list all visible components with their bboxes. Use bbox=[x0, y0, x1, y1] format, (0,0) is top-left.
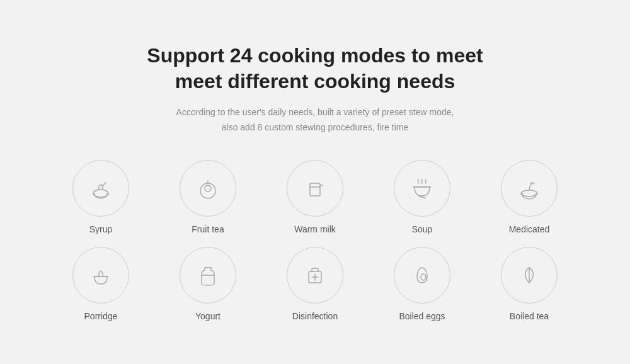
boiled-tea-icon bbox=[515, 261, 543, 289]
yogurt-icon-circle bbox=[180, 247, 236, 304]
mode-yogurt: Yogurt bbox=[154, 247, 261, 321]
mode-porridge: Porridge bbox=[47, 247, 154, 321]
disinfection-icon bbox=[301, 261, 329, 289]
boiled-tea-icon-circle bbox=[501, 247, 558, 304]
boiled-tea-label: Boiled tea bbox=[510, 311, 549, 321]
fruit-tea-icon bbox=[194, 174, 222, 202]
syrup-label: Syrup bbox=[89, 224, 113, 234]
yogurt-icon bbox=[194, 261, 222, 289]
boiled-eggs-icon-circle bbox=[394, 247, 450, 304]
mode-medicated: Medicated bbox=[476, 160, 583, 234]
mode-boiled-tea: Boiled tea bbox=[476, 247, 583, 321]
medicated-icon bbox=[515, 174, 543, 202]
modes-row-2: Porridge Yogurt bbox=[38, 247, 592, 321]
soup-icon bbox=[408, 174, 436, 202]
warm-milk-icon bbox=[301, 174, 329, 202]
porridge-icon bbox=[87, 261, 115, 289]
mode-boiled-eggs: Boiled eggs bbox=[369, 247, 476, 321]
mode-disinfection: Disinfection bbox=[261, 247, 369, 321]
fruit-tea-icon-circle bbox=[180, 160, 236, 217]
subtitle: According to the user's daily needs, bui… bbox=[38, 105, 592, 135]
medicated-icon-circle bbox=[501, 160, 558, 217]
svg-point-3 bbox=[205, 185, 211, 191]
mode-syrup: Syrup bbox=[47, 160, 154, 234]
mode-soup: Soup bbox=[369, 160, 476, 234]
syrup-icon bbox=[87, 174, 115, 202]
disinfection-icon-circle bbox=[287, 247, 343, 304]
boiled-eggs-icon bbox=[408, 261, 436, 289]
soup-icon-circle bbox=[394, 160, 450, 217]
disinfection-label: Disinfection bbox=[292, 311, 338, 321]
main-title: Support 24 cooking modes to meet meet di… bbox=[38, 43, 592, 95]
syrup-icon-circle bbox=[72, 160, 129, 217]
mode-warm-milk: Warm milk bbox=[261, 160, 369, 234]
svg-point-10 bbox=[521, 190, 537, 196]
warm-milk-label: Warm milk bbox=[294, 224, 336, 234]
warm-milk-icon-circle bbox=[287, 160, 343, 217]
page-container: Support 24 cooking modes to meet meet di… bbox=[0, 18, 630, 347]
mode-fruit-tea: Fruit tea bbox=[154, 160, 261, 234]
fruit-tea-label: Fruit tea bbox=[192, 224, 224, 234]
svg-rect-5 bbox=[310, 183, 320, 196]
svg-line-1 bbox=[103, 183, 106, 186]
boiled-eggs-label: Boiled eggs bbox=[399, 311, 445, 321]
soup-label: Soup bbox=[412, 224, 433, 234]
yogurt-label: Yogurt bbox=[195, 311, 220, 321]
porridge-icon-circle bbox=[72, 247, 129, 304]
modes-row-1: Syrup Fruit tea bbox=[38, 160, 592, 234]
svg-point-17 bbox=[421, 274, 426, 280]
porridge-label: Porridge bbox=[84, 311, 118, 321]
cooking-modes-grid: Syrup Fruit tea bbox=[38, 160, 592, 321]
medicated-label: Medicated bbox=[509, 224, 550, 234]
